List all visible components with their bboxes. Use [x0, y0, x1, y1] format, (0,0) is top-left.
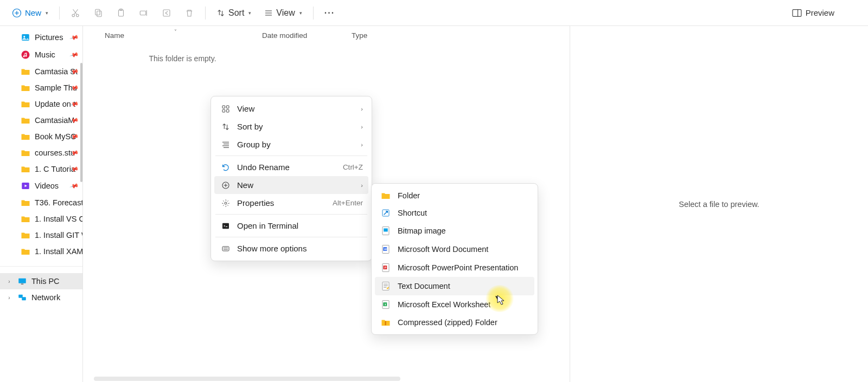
preview-toggle-button[interactable]: Preview: [786, 5, 840, 21]
sidebar-item[interactable]: Update on t📌: [0, 96, 82, 112]
ctx-new[interactable]: New ›: [214, 176, 368, 194]
svg-point-38: [225, 202, 227, 204]
sidebar-item[interactable]: CamtasiaM📌: [0, 112, 82, 128]
more-icon: [220, 244, 232, 253]
folder-icon: [21, 100, 30, 108]
folder-icon: [21, 231, 30, 239]
sort-button[interactable]: Sort ▾: [211, 5, 257, 21]
column-date[interactable]: Date modified: [262, 31, 352, 40]
cut-icon: [71, 8, 80, 18]
sidebar-item[interactable]: T36. Forecast(S: [0, 195, 82, 211]
svg-text:P: P: [384, 266, 386, 269]
new-text-document[interactable]: Text Document: [375, 277, 534, 295]
bitmap-icon: [380, 226, 391, 236]
share-button[interactable]: [156, 5, 177, 21]
sidebar-item-videos[interactable]: Videos 📌: [0, 177, 82, 195]
ctx-sort-by[interactable]: Sort by ›: [214, 118, 368, 135]
ctx-open-terminal[interactable]: Open in Terminal: [214, 217, 368, 235]
folder-icon: [21, 67, 30, 76]
sidebar-item-pictures[interactable]: Pictures 📌: [0, 29, 82, 46]
folder-icon: [21, 247, 30, 256]
horizontal-scrollbar[interactable]: [83, 375, 868, 382]
new-button[interactable]: New ▾: [7, 5, 54, 21]
chevron-down-icon: ▾: [46, 10, 48, 16]
svg-rect-8: [97, 11, 101, 17]
folder-icon: [21, 148, 30, 157]
folder-icon: [21, 198, 30, 207]
new-folder[interactable]: Folder: [375, 187, 534, 204]
chevron-right-icon: ›: [361, 124, 363, 130]
column-headers: Name ˅ Date modified Type: [83, 26, 570, 44]
svg-rect-11: [140, 11, 146, 15]
scrollbar-thumb[interactable]: [80, 63, 82, 182]
chevron-right-icon: ›: [5, 295, 13, 301]
ctx-view[interactable]: View ›: [214, 100, 368, 118]
svg-point-20: [23, 36, 25, 37]
paste-icon: [116, 8, 126, 18]
ctx-undo-rename[interactable]: Undo Rename Ctrl+Z: [214, 158, 368, 176]
new-powerpoint[interactable]: P Microsoft PowerPoint Presentation: [375, 258, 534, 277]
new-excel[interactable]: X Microsoft Excel Worksheet: [375, 295, 534, 314]
paste-button[interactable]: [111, 5, 131, 21]
folder-icon: [21, 116, 30, 125]
new-shortcut[interactable]: Shortcut: [375, 204, 534, 222]
sidebar-item[interactable]: Camtasia St📌: [0, 63, 82, 80]
svg-rect-29: [222, 109, 225, 112]
more-button[interactable]: ···: [319, 5, 340, 21]
svg-point-3: [72, 14, 75, 17]
rename-icon: [139, 8, 149, 18]
sort-indicator-icon: ˅: [174, 29, 177, 35]
plus-circle-icon: [12, 8, 22, 18]
cut-button[interactable]: [65, 5, 86, 21]
chevron-down-icon: ▾: [299, 10, 302, 16]
view-button[interactable]: View ▾: [259, 5, 307, 21]
sidebar-item-music[interactable]: Music 📌: [0, 46, 82, 63]
separator: [313, 7, 314, 20]
new-word[interactable]: W Microsoft Word Document: [375, 240, 534, 258]
sidebar-item[interactable]: 1. Install XAMF: [0, 243, 82, 260]
sidebar-item[interactable]: 1. C Tutoria📌: [0, 161, 82, 177]
copy-button[interactable]: [88, 5, 108, 21]
grid-icon: [220, 105, 232, 113]
svg-rect-28: [226, 106, 229, 108]
new-zip[interactable]: Compressed (zipped) Folder: [375, 314, 534, 331]
pictures-icon: [21, 33, 30, 42]
plus-circle-icon: [220, 181, 232, 190]
chevron-right-icon: ›: [5, 279, 13, 284]
preview-pane: Select a file to preview.: [570, 26, 868, 382]
share-icon: [162, 8, 171, 18]
network-icon: [17, 293, 27, 302]
undo-icon: [220, 163, 232, 172]
svg-point-21: [22, 51, 30, 59]
svg-rect-26: [22, 297, 26, 300]
ctx-properties[interactable]: Properties Alt+Enter: [214, 194, 368, 212]
new-bitmap[interactable]: Bitmap image: [375, 222, 534, 240]
folder-icon: [21, 132, 30, 141]
ctx-group-by[interactable]: Group by ›: [214, 135, 368, 153]
delete-button[interactable]: [179, 5, 200, 21]
sidebar-item[interactable]: Book MySC📌: [0, 128, 82, 145]
empty-folder-message: This folder is empty.: [83, 54, 570, 63]
ctx-show-more[interactable]: Show more options: [214, 239, 368, 257]
column-type[interactable]: Type: [352, 31, 570, 40]
sidebar-item-this-pc[interactable]: › This PC: [0, 273, 82, 289]
svg-rect-24: [21, 284, 24, 285]
sidebar-item-network[interactable]: › Network: [0, 289, 82, 306]
sidebar-item[interactable]: 1. Install VS Co: [0, 211, 82, 227]
chevron-right-icon: ›: [361, 106, 363, 112]
sidebar-item[interactable]: 1. Install GIT W: [0, 227, 82, 243]
separator: [205, 7, 206, 20]
svg-rect-27: [222, 106, 225, 108]
pc-icon: [17, 277, 27, 286]
rename-button[interactable]: [133, 5, 154, 21]
sidebar: Pictures 📌 Music 📌 Camtasia St📌 Sample T…: [0, 26, 83, 382]
scrollbar-thumb[interactable]: [94, 377, 400, 381]
sidebar-item[interactable]: Sample Thu📌: [0, 80, 82, 96]
pin-icon: 📌: [69, 33, 80, 42]
column-name[interactable]: Name ˅: [105, 31, 262, 40]
separator: [59, 7, 60, 20]
context-menu: View › Sort by › Group by › Undo Rename …: [210, 96, 372, 261]
sidebar-item[interactable]: courses.stu📌: [0, 145, 82, 161]
zip-icon: [380, 318, 391, 327]
separator: [215, 237, 367, 237]
